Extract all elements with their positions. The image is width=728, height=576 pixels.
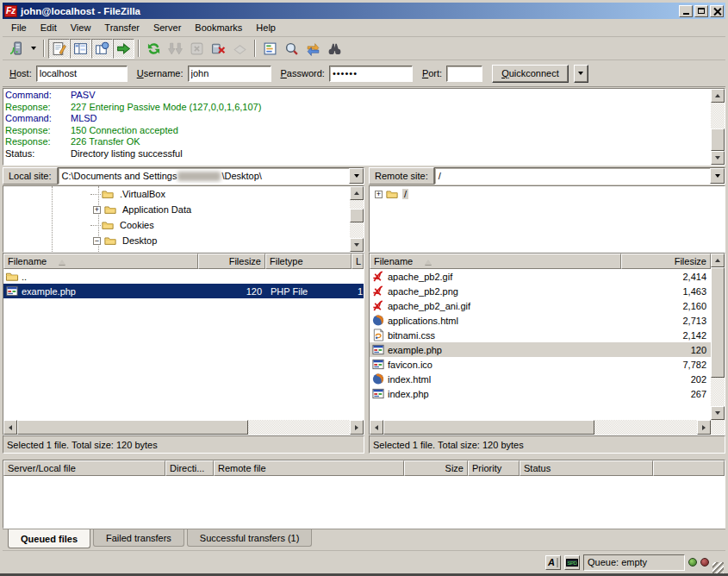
scroll-left-button[interactable] <box>3 420 17 435</box>
column-header-filesize[interactable]: Filesize <box>198 254 265 269</box>
toggle-log-button[interactable] <box>48 39 70 59</box>
scroll-up-button[interactable] <box>350 186 364 200</box>
scrollbar-corner <box>711 420 725 435</box>
transfer-type-ascii-icon[interactable]: A <box>545 555 561 570</box>
scroll-track[interactable] <box>248 420 350 435</box>
find-files-button[interactable] <box>324 39 345 59</box>
column-header-filesize[interactable]: Filesize <box>621 254 711 269</box>
queue-splitter[interactable] <box>3 454 725 460</box>
quickconnect-dropdown-button[interactable] <box>574 65 588 83</box>
scroll-track[interactable] <box>711 378 725 406</box>
menu-edit[interactable]: Edit <box>34 21 64 34</box>
file-row[interactable]: apache_pb2.png1,463 <box>370 284 711 298</box>
site-manager-button[interactable] <box>5 39 27 59</box>
file-row-example-php[interactable]: example.php 120 PHP File 1 <box>3 284 364 298</box>
cancel-operation-button[interactable] <box>186 39 208 59</box>
minimize-button[interactable] <box>679 5 693 17</box>
local-site-dropdown-button[interactable] <box>349 168 364 184</box>
local-horizontal-scrollbar[interactable] <box>3 420 364 435</box>
file-row[interactable]: bitnami.css2,142 <box>370 328 711 342</box>
scroll-thumb[interactable] <box>17 420 248 435</box>
scroll-thumb[interactable] <box>350 209 364 222</box>
scroll-up-button[interactable] <box>711 254 725 267</box>
tree-item-application-data[interactable]: Application Data <box>3 202 350 217</box>
filter-button[interactable] <box>259 39 281 59</box>
column-header-filename[interactable]: Filename <box>3 254 198 269</box>
toggle-queue-button[interactable] <box>113 39 134 59</box>
column-header-server-local-file[interactable]: Server/Local file <box>3 460 165 476</box>
remote-site-dropdown-button[interactable] <box>710 168 725 184</box>
column-header-priority[interactable]: Priority <box>468 460 520 476</box>
file-row[interactable]: index.php267 <box>370 386 711 401</box>
scroll-right-button[interactable] <box>350 420 364 435</box>
scroll-thumb[interactable] <box>383 420 594 435</box>
file-row[interactable]: favicon.ico7,782 <box>370 357 711 372</box>
speed-limit-icon[interactable]: SPD <box>564 555 580 570</box>
scroll-right-button[interactable] <box>697 420 711 435</box>
scroll-track[interactable] <box>350 222 364 238</box>
local-tree-scrollbar[interactable] <box>350 186 364 252</box>
menu-help[interactable]: Help <box>249 21 283 34</box>
collapse-minus-icon[interactable] <box>93 237 101 245</box>
tree-item-virtualbox[interactable]: .VirtualBox <box>3 186 350 202</box>
column-header-status[interactable]: Status <box>520 460 653 476</box>
scroll-up-button[interactable] <box>711 89 725 103</box>
tree-item-desktop[interactable]: Desktop <box>3 233 350 248</box>
username-input[interactable] <box>188 66 271 82</box>
refresh-button[interactable] <box>143 39 165 59</box>
file-row[interactable]: applications.html2,713 <box>370 313 711 328</box>
scroll-down-button[interactable] <box>711 406 725 420</box>
file-row[interactable]: apache_pb2.gif2,414 <box>370 269 711 284</box>
password-input[interactable] <box>329 66 413 82</box>
column-header-filetype[interactable]: Filetype <box>265 254 352 269</box>
resize-grip[interactable] <box>712 562 724 573</box>
file-row-example-php[interactable]: example.php120 <box>370 342 711 357</box>
menu-server[interactable]: Server <box>146 21 188 34</box>
close-button[interactable] <box>710 5 724 17</box>
scroll-down-button[interactable] <box>711 151 725 165</box>
scroll-left-button[interactable] <box>370 420 383 435</box>
toggle-local-tree-button[interactable] <box>70 39 91 59</box>
quickconnect-button[interactable]: Quickconnect <box>492 65 569 83</box>
file-row[interactable]: index.html202 <box>370 372 711 386</box>
remote-site-combobox[interactable]: / <box>434 167 725 185</box>
scroll-thumb[interactable] <box>711 267 725 378</box>
tab-successful-transfers[interactable]: Successful transfers (1) <box>187 529 313 547</box>
host-input[interactable] <box>36 66 128 82</box>
toggle-remote-tree-button[interactable] <box>91 39 113 59</box>
column-header-filename[interactable]: Filename <box>370 254 621 269</box>
directory-comparison-button[interactable] <box>281 39 302 59</box>
site-manager-dropdown-button[interactable] <box>27 39 40 59</box>
scroll-down-button[interactable] <box>350 238 364 252</box>
disconnect-button[interactable] <box>208 39 229 59</box>
remote-horizontal-scrollbar[interactable] <box>370 420 711 435</box>
sync-browsing-button[interactable] <box>302 39 324 59</box>
port-input[interactable] <box>446 66 482 82</box>
local-site-combobox[interactable]: C:\Documents and Settings\Desktop\ <box>58 167 364 185</box>
file-row[interactable]: apache_pb2_ani.gif2,160 <box>370 298 711 313</box>
scroll-track[interactable] <box>711 103 725 128</box>
tab-queued-files[interactable]: Queued files <box>8 529 90 548</box>
column-header-direction[interactable]: Directi... <box>165 460 214 476</box>
file-row-parent-dir[interactable]: .. <box>3 269 364 284</box>
column-header-remote-file[interactable]: Remote file <box>214 460 404 476</box>
process-queue-button[interactable] <box>165 39 186 59</box>
scroll-thumb[interactable] <box>711 128 725 151</box>
tree-item-root[interactable]: / <box>370 186 725 202</box>
tree-item-cookies[interactable]: Cookies <box>3 217 350 233</box>
reconnect-button[interactable] <box>229 39 251 59</box>
menu-view[interactable]: View <box>64 21 98 34</box>
expand-plus-icon[interactable] <box>375 191 383 198</box>
column-header-size[interactable]: Size <box>404 460 468 476</box>
title-bar[interactable]: Fz john@localhost - FileZilla <box>3 3 725 19</box>
tab-failed-transfers[interactable]: Failed transfers <box>93 529 184 547</box>
menu-transfer[interactable]: Transfer <box>97 21 146 34</box>
remote-vertical-scrollbar[interactable] <box>711 254 725 435</box>
expand-plus-icon[interactable] <box>93 206 101 214</box>
log-scrollbar[interactable] <box>711 89 725 165</box>
menu-bookmarks[interactable]: Bookmarks <box>188 21 249 34</box>
scroll-track[interactable] <box>594 420 697 435</box>
menu-file[interactable]: File <box>4 21 34 34</box>
column-header-last-modified-truncated[interactable]: L <box>352 254 364 269</box>
maximize-button[interactable] <box>694 5 708 17</box>
